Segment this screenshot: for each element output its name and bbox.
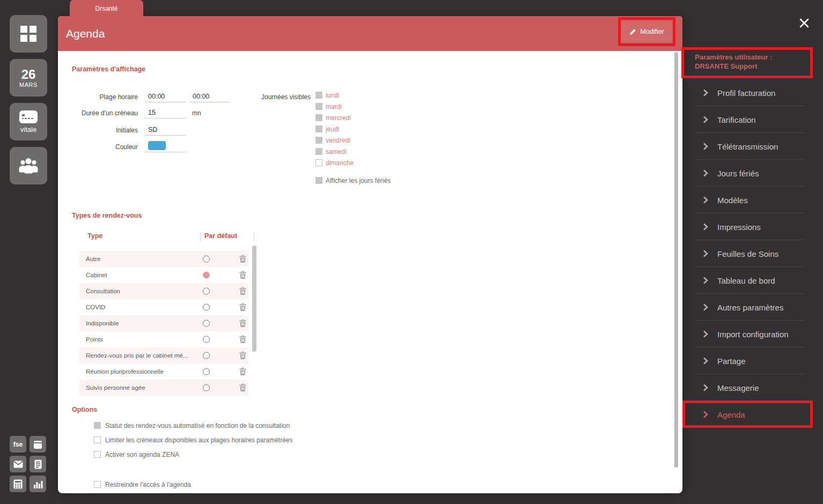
sidebar-menu-item[interactable]: Partage <box>682 347 823 374</box>
day-checkbox[interactable] <box>315 148 322 155</box>
trash-icon[interactable] <box>239 336 246 344</box>
trash-icon[interactable] <box>239 320 246 328</box>
table-row: Autre <box>79 251 248 267</box>
document-list-icon <box>34 459 42 469</box>
default-radio[interactable] <box>203 336 210 343</box>
default-radio[interactable] <box>203 288 210 295</box>
sidebar-menu-item[interactable]: Autres paramètres <box>682 294 823 321</box>
patients-button[interactable] <box>10 147 47 184</box>
sidebar-menu-item[interactable]: Messagerie <box>682 374 823 401</box>
jours-feries-checkbox[interactable] <box>315 177 322 184</box>
day-checkbox-row[interactable]: mercredi <box>315 112 354 123</box>
default-radio[interactable] <box>203 304 210 311</box>
pharmacy-button[interactable] <box>30 436 46 453</box>
couleur-field <box>145 141 186 152</box>
sidebar-menu-item[interactable]: Agenda <box>682 401 823 428</box>
day-checkbox[interactable] <box>315 114 322 121</box>
default-radio[interactable] <box>203 352 210 359</box>
table-row: Suivis personne agée <box>79 380 248 396</box>
sidebar-menu-label: Partage <box>717 357 746 366</box>
trash-icon[interactable] <box>239 368 246 376</box>
chevron-right-icon <box>703 196 708 204</box>
day-checkbox-row[interactable]: vendredi <box>315 135 354 146</box>
tab-drsante[interactable]: Drsanté <box>70 0 143 17</box>
option-row[interactable]: Statut des rendez-vous automatisé en fon… <box>94 418 293 433</box>
day-checkbox-row[interactable]: jeudi <box>315 123 354 135</box>
trash-icon[interactable] <box>239 287 246 295</box>
types-table-scrollbar[interactable] <box>252 244 256 395</box>
close-button[interactable] <box>798 17 811 29</box>
trash-icon[interactable] <box>239 271 246 279</box>
types-table-scrollbar-thumb[interactable] <box>252 246 256 352</box>
sidebar-menu-label: Messagerie <box>717 383 759 392</box>
trash-icon[interactable] <box>239 303 246 312</box>
chevron-right-icon <box>703 277 708 284</box>
initiales-input[interactable] <box>145 126 186 136</box>
option-row[interactable]: Restreindre l'accès à l'agenda <box>94 477 293 492</box>
calendar-date-button[interactable]: 26 MARS <box>10 59 47 97</box>
sidebar-menu-item[interactable]: Impressions <box>682 213 823 240</box>
panel-scrollbar-thumb[interactable] <box>674 52 678 468</box>
sidebar-menu-label: Tarification <box>717 115 756 124</box>
day-checkbox[interactable] <box>315 159 322 166</box>
default-radio[interactable] <box>203 272 210 279</box>
modifier-button[interactable]: Modifier <box>621 21 672 42</box>
option-label: Statut des rendez-vous automatisé en fon… <box>105 422 290 429</box>
color-swatch[interactable] <box>148 141 166 150</box>
sidebar-menu-item[interactable]: Jours fériés <box>682 160 823 187</box>
sidebar-menu-item[interactable]: Feuilles de Soins <box>682 240 823 267</box>
sidebar-menu-item[interactable]: Profil facturation <box>682 79 823 106</box>
mail-button[interactable] <box>10 456 26 472</box>
day-checkbox[interactable] <box>315 92 322 99</box>
day-label: vendredi <box>326 137 350 144</box>
day-checkbox-row[interactable]: mardi <box>315 101 354 112</box>
default-radio[interactable] <box>203 368 210 375</box>
sidebar-menu-item[interactable]: Tarification <box>682 106 823 133</box>
default-radio[interactable] <box>203 320 210 327</box>
option-row[interactable]: Activer son agenda ZENA <box>94 447 293 462</box>
chevron-right-icon <box>703 357 708 365</box>
option-checkbox[interactable] <box>94 481 101 488</box>
trash-icon[interactable] <box>239 352 246 360</box>
option-row[interactable]: Limiter les créneaux disponibles aux pla… <box>94 433 293 447</box>
apps-menu-button[interactable] <box>10 15 47 53</box>
close-icon <box>799 18 809 28</box>
day-checkbox[interactable] <box>315 103 322 110</box>
default-radio[interactable] <box>203 256 210 263</box>
fse-button[interactable]: fse <box>10 436 26 453</box>
documents-button[interactable] <box>30 456 46 472</box>
option-checkbox[interactable] <box>94 451 101 458</box>
days-list: lundi mardi mercredi jeudi vendredi <box>315 90 354 168</box>
day-label: jeudi <box>326 125 339 133</box>
sidebar-menu-item[interactable]: Télétransmission <box>682 133 823 160</box>
trash-icon[interactable] <box>239 384 246 392</box>
duree-creneau-unit: mn <box>192 109 201 118</box>
duree-creneau-input[interactable] <box>145 109 186 118</box>
trash-icon[interactable] <box>239 255 246 263</box>
day-checkbox[interactable] <box>315 137 322 144</box>
plage-horaire-end-input[interactable] <box>189 93 230 102</box>
plage-horaire-start-input[interactable] <box>145 93 186 102</box>
type-label: Indisponible <box>86 320 119 327</box>
day-checkbox-row[interactable]: samedi <box>315 146 354 157</box>
option-checkbox[interactable] <box>94 436 101 443</box>
jours-feries-row[interactable]: Afficher les jours fériés <box>315 175 391 186</box>
carte-vitale-button[interactable]: vitale <box>10 103 47 140</box>
field-row-initiales: Initiales <box>70 124 186 136</box>
option-checkbox[interactable] <box>94 422 101 429</box>
table-row: Consultation <box>79 283 248 299</box>
option-label: Activer son agenda ZENA <box>105 451 179 458</box>
day-checkbox-row[interactable]: lundi <box>315 90 354 101</box>
day-checkbox[interactable] <box>315 125 322 132</box>
day-checkbox-row[interactable]: dimanche <box>315 157 354 168</box>
sidebar-menu-item[interactable]: Tableau de bord <box>682 267 823 294</box>
sidebar-menu-item[interactable]: Import configuration <box>682 321 823 347</box>
modifier-label: Modifier <box>640 28 664 35</box>
calculator-icon <box>13 479 23 489</box>
sidebar-menu-item[interactable]: Modèles <box>682 187 823 213</box>
field-row-couleur: Couleur <box>70 140 186 152</box>
statistics-button[interactable] <box>30 476 46 492</box>
option-label: Restreindre l'accès à l'agenda <box>105 481 191 488</box>
default-radio[interactable] <box>203 384 210 391</box>
calculator-button[interactable] <box>10 476 26 492</box>
